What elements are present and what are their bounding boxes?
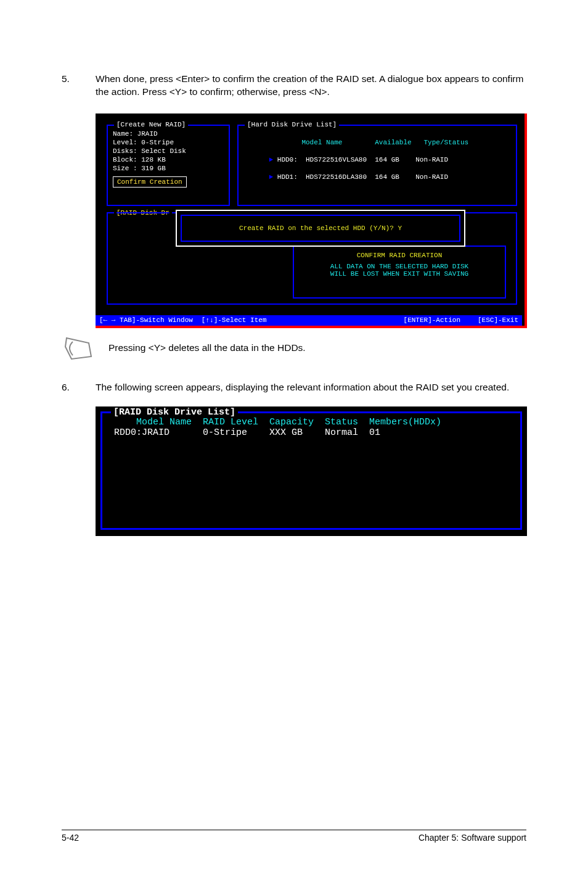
hint-select: [↑↓]-Select Item (202, 316, 267, 324)
confirm-creation-button: Confirm Creation (113, 176, 187, 188)
confirm-raid-line2: WILL BE LOST WHEN EXIT WITH SAVING (294, 270, 505, 278)
confirm-raid-title: CONFIRM RAID CREATION (294, 247, 505, 259)
create-new-raid-title: [Create New RAID] (114, 121, 188, 128)
hard-disk-list-box: [Hard Disk Drive List] Model Name Availa… (237, 125, 517, 206)
raid-list-box: [RAID Disk Drive List] Model Name RAID L… (100, 411, 522, 530)
step-6-text: The following screen appears, displaying… (96, 381, 526, 394)
hdd0-row: ► HDD0: HDS722516VLSA80 164 GB Non-RAID (269, 156, 448, 163)
hdd-header-model: Model Name (301, 139, 342, 146)
step-6-number: 6. (62, 381, 77, 394)
confirm-raid-creation-box: CONFIRM RAID CREATION ALL DATA ON THE SE… (293, 245, 506, 299)
create-raid-dialog-text: Create RAID on the selected HDD (Y/N)? Y (239, 225, 402, 232)
keyboard-hint-bar: [← → TAB]-Switch Window [↑↓]-Select Item… (96, 315, 522, 326)
raid-list-title: [RAID Disk Drive List] (111, 407, 238, 418)
hard-disk-list-title: [Hard Disk Drive List] (245, 121, 339, 128)
hint-tab: [← → TAB]-Switch Window (99, 316, 193, 324)
page-number: 5-42 (62, 833, 79, 843)
step-6: 6. The following screen appears, display… (62, 381, 526, 394)
hdd-header-type: Type/Status (423, 139, 468, 146)
bios-console-screenshot-2: [RAID Disk Drive List] Model Name RAID L… (96, 406, 527, 536)
page-footer: 5-42 Chapter 5: Software support (62, 830, 526, 843)
raid-disk-list-title: [RAID Disk Dr (114, 209, 172, 217)
hint-esc: [ESC]-Exit (478, 316, 518, 324)
raid-list-row-0: RDD0:JRAID 0-Stripe XXX GB Normal 01 (102, 427, 520, 438)
create-raid-dialog: Create RAID on the selected HDD (Y/N)? Y (176, 210, 465, 247)
step-5-number: 5. (62, 73, 77, 99)
chapter-label: Chapter 5: Software support (419, 833, 526, 843)
create-new-raid-box: [Create New RAID] Name: JRAID Level: 0-S… (107, 125, 230, 206)
step-5: 5. When done, press <Enter> to confirm t… (62, 73, 526, 99)
note-text: Pressing <Y> deletes all the data in the… (108, 342, 306, 353)
create-new-raid-fields: Name: JRAID Level: 0-Stripe Disks: Selec… (108, 126, 229, 173)
hdd-header: Model Name Available Type/Status (269, 139, 469, 146)
bios-console-screenshot-1: [Create New RAID] Name: JRAID Level: 0-S… (96, 113, 527, 328)
note-row: Pressing <Y> deletes all the data in the… (64, 336, 526, 360)
hint-tab-label: TAB]-Switch Window (120, 316, 193, 324)
step-5-text: When done, press <Enter> to confirm the … (96, 73, 526, 99)
note-icon (64, 336, 94, 360)
hdd-header-avail: Available (375, 139, 411, 146)
confirm-raid-line1: ALL DATA ON THE SELECTED HARD DISK (294, 259, 505, 270)
hint-enter: [ENTER]-Action (404, 316, 460, 324)
hdd1-row: ► HDD1: HDS722516DLA380 164 GB Non-RAID (269, 173, 448, 181)
create-raid-dialog-inner: Create RAID on the selected HDD (Y/N)? Y (181, 215, 460, 242)
